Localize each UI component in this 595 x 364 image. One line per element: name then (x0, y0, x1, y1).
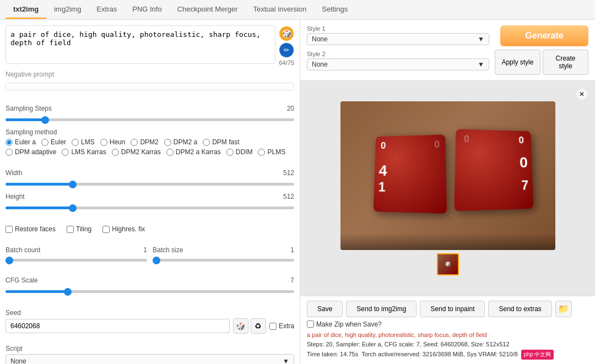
script-label: Script (6, 345, 294, 352)
script-section: Script None ▼ (6, 345, 294, 364)
batch-size-value: 1 (290, 246, 294, 254)
seed-label: Seed (6, 309, 294, 317)
batch-row: Batch count 1 Batch size 1 (6, 246, 294, 263)
thumbnail-0[interactable]: 🎲 (437, 253, 459, 275)
cfg-scale-label: CFG Scale (6, 276, 38, 284)
radio-dpm-fast[interactable]: DPM fast (203, 138, 239, 146)
make-zip-check[interactable]: Make Zip when Save? (307, 320, 588, 328)
top-navigation: txt2img img2img Extras PNG Info Checkpoi… (0, 0, 595, 20)
prompt-echo: a pair of dice, high quality, photoreali… (307, 330, 588, 340)
style2-label: Style 2 (307, 51, 489, 57)
info-bar: a pair of dice, high quality, photoreali… (307, 330, 588, 360)
seed-random-button[interactable]: 🎲 (233, 318, 248, 334)
radio-heun[interactable]: Heun (100, 138, 126, 146)
tab-settings[interactable]: Settings (314, 1, 355, 19)
height-slider[interactable] (6, 207, 294, 209)
batch-count-label: Batch count (6, 246, 40, 254)
batch-count-slider[interactable] (6, 259, 147, 262)
radio-euler[interactable]: Euler (41, 138, 66, 146)
generated-image: 0 0 4 1 0 0 0 7 (340, 101, 555, 250)
radio-dpm2[interactable]: DPM2 (131, 138, 158, 146)
sampling-method-label: Sampling method (6, 128, 294, 136)
style2-select[interactable]: None ▼ (307, 58, 489, 70)
extra-seed-check[interactable]: Extra (269, 322, 294, 330)
options-row: Restore faces Tiling Highres. fix (6, 225, 294, 233)
restore-faces-check[interactable]: Restore faces (6, 225, 56, 233)
radio-lms[interactable]: LMS (72, 138, 95, 146)
style1-value: None (312, 35, 328, 43)
highres-fix-check[interactable]: Highres. fix (102, 225, 145, 233)
token-count: 64/75 (279, 59, 294, 66)
style1-row: Style 1 None ▼ (307, 25, 489, 45)
width-value: 512 (283, 169, 294, 177)
left-panel: 🎲 ✏ 64/75 Negative prompt Sampling Steps… (0, 20, 300, 364)
chevron-down-icon-2: ▼ (478, 61, 484, 68)
tab-textual-inversion[interactable]: Textual inversion (246, 1, 315, 19)
thumbnail-row: 🎲 (437, 253, 459, 275)
generate-button[interactable]: Generate (500, 25, 588, 46)
close-image-button[interactable]: ✕ (576, 89, 587, 100)
style2-row: Style 2 None ▼ (307, 51, 489, 70)
tab-img2img[interactable]: img2img (46, 1, 89, 19)
radio-dpm2-karras[interactable]: DPM2 Karras (112, 148, 161, 156)
time-taken: Time taken: 14.75s (307, 350, 358, 360)
sampling-steps-label: Sampling Steps (6, 105, 52, 112)
folder-button[interactable]: 📁 (555, 301, 572, 317)
send-inpaint-button[interactable]: Send to inpaint (420, 301, 485, 317)
right-panel: Style 1 None ▼ Style 2 None ▼ (300, 20, 595, 364)
style2-value: None (312, 61, 328, 68)
cfg-scale-value: 7 (290, 276, 294, 284)
send-extras-button[interactable]: Send to extras (488, 301, 551, 317)
height-value: 512 (283, 193, 294, 200)
torch-info: Torch active/reserved: 3216/3698 MiB, Sy… (361, 350, 518, 360)
sampling-method-group: Euler a Euler LMS Heun DPM2 DPM2 a DPM f… (6, 138, 294, 156)
radio-dpm-adaptive[interactable]: DPM adaptive (6, 148, 56, 156)
prompt-input[interactable] (6, 25, 275, 64)
seed-input[interactable] (6, 319, 230, 333)
image-display-area: ✕ 0 0 4 1 0 0 0 7 (300, 81, 595, 296)
tiling-check[interactable]: Tiling (67, 225, 91, 233)
batch-count-value: 1 (143, 246, 147, 254)
chevron-down-icon: ▼ (478, 35, 484, 43)
send-img2img-button[interactable]: Send to img2img (346, 301, 416, 317)
height-label: Height (6, 193, 25, 200)
tab-txt2img[interactable]: txt2img (6, 1, 46, 19)
negative-prompt-label: Negative prompt (6, 70, 294, 78)
tab-png-info[interactable]: PNG Info (125, 1, 169, 19)
main-content: 🎲 ✏ 64/75 Negative prompt Sampling Steps… (0, 20, 595, 364)
cfg-scale-slider[interactable] (6, 290, 294, 293)
width-label: Width (6, 169, 23, 177)
dice-right: 0 0 0 7 (454, 129, 533, 211)
negative-prompt-input[interactable] (6, 83, 294, 90)
seed-recycle-button[interactable]: ♻ (251, 318, 266, 334)
radio-dpm2a-karras[interactable]: DPM2 a Karras (166, 148, 221, 156)
radio-dpm2a[interactable]: DPM2 a (164, 138, 197, 146)
action-buttons: Save Send to img2img Send to inpaint Sen… (307, 301, 588, 317)
radio-plms[interactable]: PLMS (258, 148, 285, 156)
radio-ddim[interactable]: DDIM (226, 148, 253, 156)
folder-icon: 📁 (558, 303, 569, 314)
script-select[interactable]: None ▼ (6, 354, 294, 364)
prompt-paste-button[interactable]: ✏ (279, 43, 294, 57)
apply-style-button[interactable]: Apply style (495, 50, 540, 75)
width-slider[interactable] (6, 183, 294, 186)
generation-details: Steps: 20, Sampler: Euler a, CFG scale: … (307, 340, 588, 350)
create-style-button[interactable]: Create style (543, 50, 588, 75)
sampling-steps-value: 20 (287, 105, 294, 112)
prompt-emoji-button[interactable]: 🎲 (279, 26, 294, 41)
save-button[interactable]: Save (307, 301, 343, 317)
tab-checkpoint-merger[interactable]: Checkpoint Merger (170, 1, 246, 19)
action-bar: Save Send to img2img Send to inpaint Sen… (300, 296, 595, 364)
dice-left: 0 0 4 1 (373, 134, 447, 214)
radio-euler-a[interactable]: Euler a (6, 138, 36, 146)
tab-extras[interactable]: Extras (89, 1, 125, 19)
batch-size-label: Batch size (153, 246, 183, 254)
seed-icons: 🎲 ♻ (233, 318, 266, 334)
sampling-steps-slider[interactable] (6, 118, 294, 121)
radio-lms-karras[interactable]: LMS Karras (62, 148, 106, 156)
batch-size-slider[interactable] (153, 259, 294, 262)
php-badge: php 中文网 (521, 350, 554, 360)
style1-label: Style 1 (307, 25, 489, 32)
style1-select[interactable]: None ▼ (307, 33, 489, 45)
